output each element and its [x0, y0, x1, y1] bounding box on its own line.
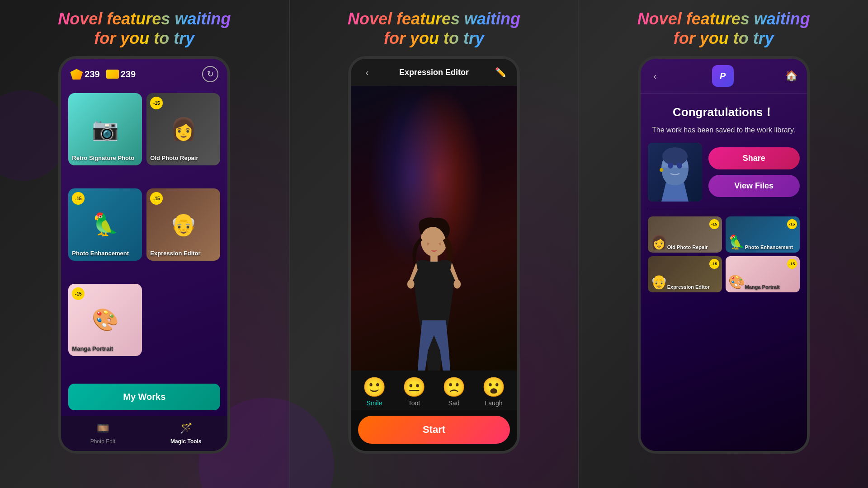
model-photo — [351, 86, 517, 371]
bottom-nav: 🎞️ Photo Edit 🪄 Magic Tools — [61, 416, 227, 451]
toot-emoji: 😐 — [402, 378, 426, 397]
view-files-button[interactable]: View Files — [708, 175, 800, 197]
tiles-grid: 📷 Retro Signature Photo -15 👩 Ol — [61, 89, 227, 378]
headline-1: Novel features waiting for you to try — [58, 9, 231, 48]
work-enhancement[interactable]: -15 🦜 Photo Enhancement — [726, 216, 800, 253]
my-works-button[interactable]: My Works — [68, 384, 220, 410]
tile-old-photo[interactable]: -15 👩 Old Photo Repair — [146, 93, 220, 165]
model-silhouette — [392, 216, 476, 371]
headline-2: Novel features waiting for you to try — [348, 9, 520, 48]
tile-retro-label: Retro Signature Photo — [72, 155, 134, 161]
work-manga-label: Manga Portrait — [745, 284, 780, 290]
works-grid: -15 👩 Old Photo Repair -15 🦜 Photo Enhan… — [641, 216, 807, 292]
tile-photo-enhancement[interactable]: -15 🦜 Photo Enhancement — [68, 188, 142, 261]
congrats-text: The work has been saved to the work libr… — [650, 125, 798, 136]
phone1-header: 239 239 ↻ — [61, 59, 227, 89]
work-expression[interactable]: -15 👴 Expression Editor — [648, 256, 722, 292]
start-button[interactable]: Start — [358, 416, 510, 444]
svg-point-8 — [677, 162, 682, 169]
saved-image-svg — [648, 143, 702, 202]
congrats-content: Share View Files — [641, 143, 807, 202]
expr-toot[interactable]: 😐 Toot — [402, 378, 426, 407]
share-button[interactable]: Share — [708, 147, 800, 169]
app-logo: P — [712, 65, 734, 87]
panel-2: Novel features waiting for you to try ‹ … — [290, 0, 580, 488]
ticket-count: 239 — [106, 69, 136, 80]
phone-3: ‹ P 🏠 Congratulations！ The work has been… — [638, 56, 810, 454]
divider — [648, 209, 800, 209]
expr-smile[interactable]: 🙂 Smile — [363, 378, 386, 407]
saved-thumbnail — [648, 143, 702, 202]
home-button[interactable]: 🏠 — [783, 68, 800, 84]
phone-2: ‹ Expression Editor ✏️ — [348, 56, 520, 454]
work-enhancement-label: Photo Enhancement — [745, 244, 793, 250]
smile-emoji: 🙂 — [363, 378, 386, 397]
expression-bar: 🙂 Smile 😐 Toot 🙁 Sad 😮 Laugh — [351, 371, 517, 410]
work-badge-enhancement: -15 — [787, 219, 797, 229]
gem-icon — [70, 69, 83, 80]
photo-edit-icon: 🎞️ — [94, 420, 111, 436]
coin-row: 239 239 — [70, 69, 136, 80]
expr-laugh[interactable]: 😮 Laugh — [482, 378, 505, 407]
ticket-icon — [106, 70, 119, 79]
expr-sad[interactable]: 🙁 Sad — [442, 378, 466, 407]
toot-label: Toot — [408, 399, 420, 407]
refresh-button[interactable]: ↻ — [202, 66, 218, 82]
svg-point-2 — [407, 280, 415, 289]
laugh-label: Laugh — [485, 399, 503, 407]
phone3-back-button[interactable]: ‹ — [648, 69, 662, 83]
svg-point-9 — [660, 168, 663, 172]
headline-3: Novel features waiting for you to try — [637, 9, 810, 48]
back-button[interactable]: ‹ — [360, 65, 374, 80]
tile-expression[interactable]: -15 👴 Expression Editor — [146, 188, 220, 261]
work-expression-label: Expression Editor — [667, 284, 710, 290]
nav-magic-tools[interactable]: 🪄 Magic Tools — [144, 420, 227, 445]
sad-emoji: 🙁 — [442, 378, 466, 397]
smile-label: Smile — [366, 399, 382, 407]
tile-manga-label: Manga Portrait — [72, 345, 113, 352]
expression-editor-title: Expression Editor — [399, 68, 469, 77]
main-container: Novel features waiting for you to try 23… — [0, 0, 868, 488]
edit-button[interactable]: ✏️ — [494, 65, 508, 80]
svg-point-3 — [453, 280, 461, 289]
magic-tools-icon: 🪄 — [178, 420, 194, 436]
work-badge-expression: -15 — [709, 259, 719, 269]
work-old-label: Old Photo Repair — [667, 244, 708, 250]
panel-3: Novel features waiting for you to try ‹ … — [579, 0, 868, 488]
tile-old-label: Old Photo Repair — [150, 155, 198, 161]
tile-expression-label: Expression Editor — [150, 250, 200, 257]
tile-retro[interactable]: 📷 Retro Signature Photo — [68, 93, 142, 165]
sad-label: Sad — [448, 399, 460, 407]
phone3-header: ‹ P 🏠 — [641, 59, 807, 94]
work-badge-manga: -15 — [787, 259, 797, 269]
work-badge-old: -15 — [709, 219, 719, 229]
congrats-title: Congratulations！ — [650, 104, 798, 120]
laugh-emoji: 😮 — [482, 378, 505, 397]
gem-count: 239 — [70, 69, 99, 80]
work-manga[interactable]: -15 🎨 Manga Portrait — [726, 256, 800, 292]
photo-area — [351, 86, 517, 371]
phone-1: 239 239 ↻ 📷 — [58, 56, 230, 454]
action-buttons: Share View Files — [708, 147, 800, 197]
congrats-section: Congratulations！ The work has been saved… — [641, 94, 807, 143]
svg-point-7 — [668, 162, 673, 169]
nav-photo-edit[interactable]: 🎞️ Photo Edit — [61, 420, 144, 445]
phone2-header: ‹ Expression Editor ✏️ — [351, 59, 517, 86]
tile-manga[interactable]: -15 🎨 Manga Portrait — [68, 284, 142, 356]
svg-point-6 — [662, 147, 688, 165]
work-old-photo[interactable]: -15 👩 Old Photo Repair — [648, 216, 722, 253]
panel-1: Novel features waiting for you to try 23… — [0, 0, 290, 488]
tile-photo-label: Photo Enhancement — [72, 250, 129, 257]
